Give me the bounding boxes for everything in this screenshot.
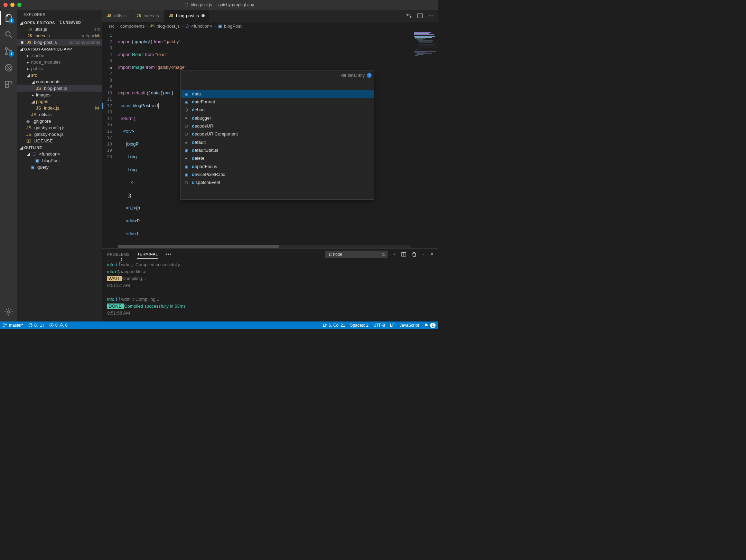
maximize-panel-icon[interactable]: ︿ (422, 252, 426, 257)
suggest-item[interactable]: ⬡decodeURIComponent (181, 130, 374, 138)
tab-index[interactable]: JSindex.js (132, 10, 164, 22)
sync-status[interactable]: 0↓ 1↑ (28, 323, 44, 328)
info-icon[interactable]: i (367, 73, 372, 78)
js-file-icon: JS (27, 27, 32, 31)
tree-folder[interactable]: ◢pages (17, 98, 102, 105)
project-header[interactable]: ◢GATSBY-GRAPHQL-APP (17, 46, 102, 52)
editor-group: JSutils.js JSindex.js JSblog-post.js src… (102, 10, 438, 321)
horizontal-scrollbar[interactable] (118, 245, 411, 248)
function-icon: ⬡ (185, 24, 189, 29)
outline-item[interactable]: ▣blogPost (17, 157, 102, 164)
suggest-kind-icon: ⬡ (184, 123, 189, 129)
debug-icon[interactable] (4, 63, 13, 73)
extensions-icon[interactable] (4, 80, 13, 89)
eol[interactable]: LF (390, 323, 395, 328)
tree-file[interactable]: JSblog-post.js (17, 85, 102, 92)
more-actions-icon[interactable] (428, 13, 434, 19)
tree-folder[interactable]: ▸node_modules (17, 59, 102, 65)
suggest-item[interactable]: ≡debugger (181, 114, 374, 122)
split-editor-icon[interactable] (417, 13, 423, 19)
breadcrumb[interactable]: src› components› JSblog-post.js› ⬡<funct… (102, 22, 438, 30)
tree-file[interactable]: JSgatsby-node.js (17, 131, 102, 138)
suggest-label: default (192, 139, 206, 146)
sidebar: EXPLORER ◢ OPEN EDITORS 1 UNSAVED JS uti… (17, 10, 102, 321)
open-editor-item[interactable]: JS index.js src/pages M (17, 32, 102, 39)
tree-file[interactable]: ◆.gitignore (17, 118, 102, 124)
minimize-window-icon[interactable] (10, 3, 15, 7)
tree-file[interactable]: JSindex.jsM (17, 105, 102, 111)
suggest-item[interactable]: ▣devicePixelRatio (181, 170, 374, 178)
tree-folder[interactable]: ▸public (17, 65, 102, 72)
tree-folder[interactable]: ▸images (17, 92, 102, 98)
indent-setting[interactable]: Spaces: 2 (350, 323, 369, 328)
git-icon: ◆ (26, 119, 30, 124)
notifications-icon[interactable]: 1 (424, 323, 436, 328)
search-icon[interactable] (4, 30, 13, 39)
outline-item[interactable]: ▣query (17, 164, 102, 170)
js-file-icon: JS (31, 112, 36, 117)
language-mode[interactable]: JavaScript (400, 323, 419, 328)
svg-point-2 (6, 53, 7, 55)
minimap[interactable] (411, 30, 438, 248)
suggest-item[interactable]: ⬡decodeURI (181, 122, 374, 130)
suggest-item[interactable]: ▣defaultStatus (181, 147, 374, 155)
tree-folder[interactable]: ▸.cache (17, 52, 102, 59)
suggest-item[interactable]: ⬡dispatchEvent (181, 179, 374, 187)
svg-point-16 (6, 324, 7, 325)
tab-bar: JSutils.js JSindex.js JSblog-post.js (102, 10, 438, 22)
outline-header[interactable]: ◢OUTLINE (17, 144, 102, 151)
suggest-label: defaultStatus (192, 147, 218, 154)
suggest-label: data (192, 91, 201, 97)
git-branch[interactable]: master* (3, 323, 23, 328)
explorer-icon[interactable]: 1 (4, 13, 13, 23)
kill-terminal-icon[interactable] (411, 252, 417, 257)
tree-file[interactable]: JSutils.js (17, 111, 102, 118)
suggest-kind-icon: ≡ (184, 140, 189, 145)
suggest-item[interactable]: ▣data (181, 90, 374, 98)
svg-point-10 (429, 15, 430, 16)
modified-indicator: M (95, 33, 99, 38)
svg-rect-6 (9, 81, 12, 84)
js-file-icon: JS (27, 34, 32, 38)
tree-file[interactable]: ⚿LICENSE (17, 138, 102, 144)
svg-point-15 (3, 326, 4, 327)
js-file-icon: JS (26, 132, 31, 137)
tab-utils[interactable]: JSutils.js (102, 10, 132, 22)
status-bar: master* 0↓ 1↑ 0 0 Ln 6, Col 21 Spaces: 2… (0, 321, 438, 329)
suggest-item[interactable]: ▣dateFormat (181, 98, 374, 106)
function-icon: ⬡ (32, 151, 36, 157)
open-editors-header[interactable]: ◢ OPEN EDITORS 1 UNSAVED (17, 19, 102, 26)
open-editor-item[interactable]: JS blog-post.js src/components (17, 39, 102, 46)
text-cursor (158, 103, 159, 109)
suggest-kind-icon: ⬡ (184, 108, 189, 113)
suggest-item[interactable]: ≡default (181, 138, 374, 146)
errors-count[interactable]: 0 0 (49, 323, 67, 328)
suggest-item[interactable]: ▣departFocus (181, 162, 374, 170)
suggest-kind-icon: ▣ (184, 91, 189, 97)
suggest-kind-icon: ▣ (184, 164, 189, 169)
close-panel-icon[interactable]: ✕ (430, 252, 433, 256)
terminal-select[interactable]: 1: node⇅ (325, 251, 388, 258)
js-file-icon: JS (150, 24, 155, 28)
source-control-icon[interactable]: 1 (4, 46, 13, 56)
tree-file[interactable]: JSgatsby-config.js (17, 124, 102, 131)
tree-folder[interactable]: ◢components (17, 78, 102, 85)
code-editor[interactable]: 1234567891011121314151617181920 import {… (102, 30, 438, 248)
maximize-window-icon[interactable] (17, 3, 21, 7)
close-window-icon[interactable] (3, 3, 8, 7)
intellisense-popup[interactable]: var data: anyi ▣data▣dateFormat⬡debug≡de… (180, 71, 374, 200)
encoding[interactable]: UTF-8 (373, 323, 385, 328)
open-editor-item[interactable]: JS utils.js src (17, 26, 102, 32)
outline-item[interactable]: ◢⬡<function> (17, 151, 102, 157)
suggest-label: debugger (192, 115, 211, 122)
suggest-label: debug (192, 107, 205, 113)
compare-changes-icon[interactable] (406, 13, 412, 19)
code-content[interactable]: import { graphql } from "gatsby" import … (118, 30, 411, 248)
suggest-item[interactable]: ≡delete (181, 155, 374, 162)
cursor-position[interactable]: Ln 6, Col 21 (323, 323, 345, 328)
suggest-item[interactable]: ⬡debug (181, 106, 374, 114)
tab-blog-post[interactable]: JSblog-post.js (164, 10, 210, 22)
active-line-indicator (102, 103, 103, 109)
tree-folder[interactable]: ◢src (17, 72, 102, 78)
settings-gear-icon[interactable] (4, 307, 13, 317)
